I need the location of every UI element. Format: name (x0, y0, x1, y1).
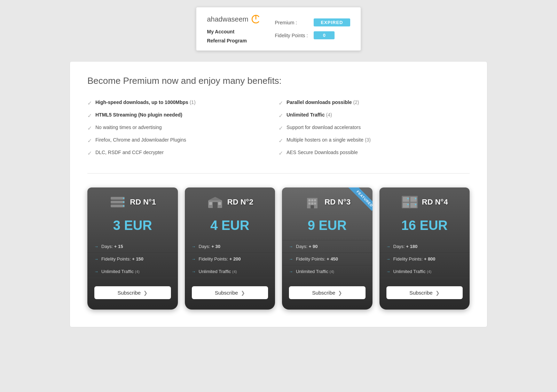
shop-icon (206, 195, 224, 209)
card-title-rd4: RD N°4 (422, 198, 448, 207)
svg-rect-4 (111, 205, 125, 207)
benefit-item: ✓ DLC, RSDF and CCF decrypter (87, 147, 278, 159)
brand-icon (251, 14, 261, 24)
benefit-bold: HTML5 Streaming (No plugin needed) (95, 112, 182, 118)
benefit-note: (2) (353, 99, 359, 105)
svg-rect-15 (314, 199, 316, 201)
svg-rect-18 (314, 202, 316, 205)
benefit-bold: Parallel downloads possible (287, 99, 352, 105)
check-icon: ✓ (278, 100, 283, 106)
referral-program-link[interactable]: Referral Program (207, 38, 261, 43)
top-nav: ahadwaseem My Account Referral Program P… (0, 0, 557, 54)
card-features-rd4: → Days: + 180 → Fidelity Points: + 800 → (379, 240, 470, 278)
svg-point-27 (407, 204, 409, 205)
feature-fidelity-rd3: Fidelity Points: + 450 (296, 256, 338, 262)
my-account-link[interactable]: My Account (207, 29, 261, 34)
arrow-icon: → (289, 257, 293, 262)
benefit-text: No waiting times or advertising (95, 125, 162, 130)
card-feature-traffic: → Unlimited Traffic (4) (379, 265, 470, 278)
dropdown-right: Premium : EXPIRED Fidelity Points : 0 (275, 14, 350, 43)
arrow-icon: → (386, 257, 391, 262)
benefit-item: ✓ High-speed downloads, up to 1000Mbps (… (87, 97, 278, 109)
benefits-right: ✓ Parallel downloads possible (2) ✓ Unli… (278, 97, 470, 159)
premium-label: Premium : (275, 20, 309, 25)
btn-arrow-icon: ❯ (241, 290, 245, 296)
feature-traffic-rd3: Unlimited Traffic (4) (296, 269, 334, 274)
card-features-rd3: → Days: + 90 → Fidelity Points: + 450 → (282, 240, 372, 278)
dropdown-left: ahadwaseem My Account Referral Program (207, 14, 261, 43)
card-price-rd1: 3 EUR (87, 215, 178, 240)
svg-rect-2 (111, 197, 125, 200)
main-content: Become Premium now and enjoy many benefi… (70, 61, 487, 327)
card-header-rd1: RD N°1 (87, 187, 178, 215)
fidelity-label: Fidelity Points : (275, 33, 309, 38)
benefit-bold: Unlimited Traffic (287, 112, 325, 118)
check-icon: ✓ (87, 100, 92, 106)
card-feature-fidelity: → Fidelity Points: + 200 (185, 253, 275, 265)
benefit-text: Firefox, Chrome and Jdownloader Plugins (95, 137, 186, 143)
pricing-card-rd1: RD N°1 3 EUR → Days: + 15 → Fidelity Poi… (87, 187, 178, 310)
feature-days-rd1: Days: + 15 (101, 244, 123, 249)
pricing-section: RD N°1 3 EUR → Days: + 15 → Fidelity Poi… (87, 187, 470, 310)
arrow-icon: → (192, 269, 196, 274)
feature-fidelity-rd1: Fidelity Points: + 150 (101, 256, 143, 262)
feature-fidelity-rd4: Fidelity Points: + 800 (393, 256, 436, 262)
btn-arrow-icon: ❯ (338, 290, 342, 296)
svg-rect-16 (308, 202, 311, 205)
benefit-note: (3) (365, 137, 371, 143)
card-price-rd3: 9 EUR (282, 215, 372, 240)
brand-row: ahadwaseem (207, 14, 261, 24)
subscribe-button-rd2[interactable]: Subscribe ❯ (192, 286, 268, 299)
benefit-item: ✓ Multiple hosters on a single website (… (278, 134, 470, 147)
benefit-item: ✓ Firefox, Chrome and Jdownloader Plugin… (87, 134, 278, 147)
benefit-text: AES Secure Downloads possible (287, 150, 358, 155)
svg-rect-21 (403, 197, 409, 202)
feature-traffic-rd4: Unlimited Traffic (4) (393, 269, 432, 274)
subscribe-button-rd1[interactable]: Subscribe ❯ (94, 286, 171, 299)
check-icon: ✓ (87, 137, 92, 144)
subscribe-button-rd4[interactable]: Subscribe ❯ (386, 286, 463, 299)
check-icon: ✓ (87, 125, 92, 131)
fidelity-row: Fidelity Points : 0 (275, 31, 350, 39)
subscribe-button-rd3[interactable]: Subscribe ❯ (289, 286, 366, 299)
card-feature-days: → Days: + 30 (185, 240, 275, 253)
benefit-note: (1) (190, 99, 196, 105)
card-price-rd2: 4 EUR (185, 215, 275, 240)
btn-arrow-icon: ❯ (143, 290, 148, 296)
dropdown-card: ahadwaseem My Account Referral Program P… (196, 7, 361, 51)
featured-ribbon: FEATURED (345, 187, 372, 215)
benefit-text: Parallel downloads possible (2) (287, 99, 359, 105)
arrow-icon: → (289, 244, 293, 249)
benefits-title: Become Premium now and enjoy many benefi… (87, 75, 470, 86)
svg-point-25 (407, 198, 409, 199)
arrow-icon: → (94, 257, 99, 262)
svg-rect-23 (403, 203, 409, 208)
svg-point-28 (415, 204, 416, 205)
arrow-icon: → (386, 269, 391, 274)
svg-rect-9 (213, 202, 218, 208)
benefit-item: ✓ HTML5 Streaming (No plugin needed) (87, 109, 278, 122)
svg-rect-11 (218, 202, 221, 205)
datacenter-icon (401, 195, 418, 209)
benefit-text: Multiple hosters on a single website (3) (287, 137, 371, 143)
pricing-card-rd3: FEATURED RD N°3 9 EUR → (282, 187, 372, 310)
benefit-text: Support for download accelerators (287, 125, 361, 130)
feature-traffic-rd2: Unlimited Traffic (4) (199, 269, 237, 274)
arrow-icon: → (289, 269, 293, 274)
svg-rect-22 (410, 197, 417, 202)
card-price-rd4: 16 EUR (379, 215, 470, 240)
card-header-rd4: RD N°4 (379, 187, 470, 215)
benefit-item: ✓ Parallel downloads possible (2) (278, 97, 470, 109)
check-icon: ✓ (278, 125, 283, 131)
benefit-item: ✓ Support for download accelerators (278, 122, 470, 134)
benefit-text: High-speed downloads, up to 1000Mbps (1) (95, 99, 196, 105)
card-feature-days: → Days: + 90 (282, 240, 372, 253)
card-feature-fidelity: → Fidelity Points: + 800 (379, 253, 470, 265)
feature-fidelity-rd2: Fidelity Points: + 200 (199, 256, 241, 262)
benefit-item: ✓ Unlimited Traffic (4) (278, 109, 470, 122)
server-icon (109, 195, 126, 209)
card-feature-traffic: → Unlimited Traffic (4) (185, 265, 275, 278)
card-feature-days: → Days: + 15 (87, 240, 178, 253)
feature-days-rd4: Days: + 180 (393, 244, 418, 249)
svg-rect-13 (308, 199, 311, 201)
